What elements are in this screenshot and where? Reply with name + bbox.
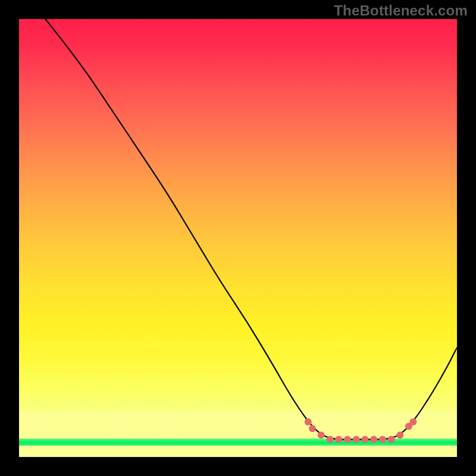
data-marker: [353, 436, 360, 443]
data-marker: [318, 431, 325, 439]
data-marker: [409, 418, 416, 425]
data-marker: [388, 436, 395, 443]
data-marker: [335, 436, 342, 443]
data-marker: [305, 418, 312, 425]
data-marker: [370, 436, 377, 443]
bottleneck-curve: [45, 19, 457, 440]
data-marker: [379, 436, 386, 443]
watermark-text: TheBottleneck.com: [334, 2, 468, 19]
chart-svg: [19, 19, 457, 457]
plot-area: [19, 19, 457, 457]
data-marker: [361, 436, 368, 443]
data-marker: [327, 436, 334, 443]
chart-frame: TheBottleneck.com: [0, 0, 476, 476]
data-marker: [396, 431, 403, 439]
data-marker: [344, 436, 351, 443]
data-marker: [309, 425, 316, 432]
